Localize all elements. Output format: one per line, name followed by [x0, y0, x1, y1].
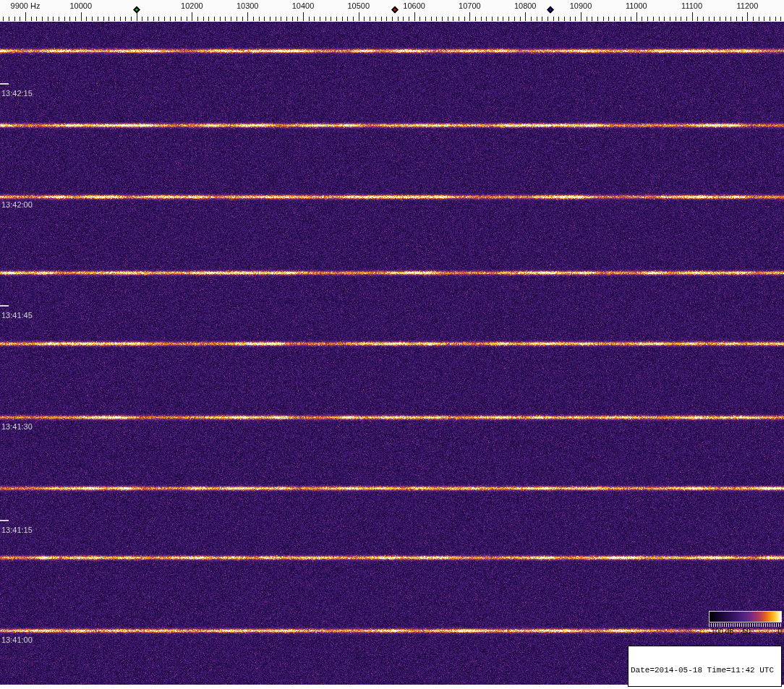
- freq-tick-label: 11100: [681, 1, 702, 10]
- colorbar-tick-comb: [709, 623, 782, 627]
- freq-tick-label: 10300: [237, 1, 259, 10]
- freq-tick-label: 10700: [459, 1, 481, 10]
- freq-tick-label: 10500: [348, 1, 370, 10]
- freq-tick-label: 10900: [570, 1, 592, 10]
- frequency-ruler[interactable]: 9900 Hz100001020010300104001050010600107…: [0, 0, 784, 22]
- info-date-time: Date=2014-05-18 Time=11:42 UTC: [631, 666, 779, 675]
- freq-tick-label: 10000: [70, 1, 93, 10]
- freq-tick-label: 10400: [292, 1, 315, 10]
- freq-tick-label: 10800: [514, 1, 537, 10]
- waterfall-display[interactable]: [0, 22, 784, 685]
- colorbar-mid-label: -50: [740, 628, 750, 635]
- time-tick: [0, 305, 9, 307]
- colorbar: -100 dB -50 0: [709, 611, 782, 636]
- time-label: 13:41:45: [1, 311, 33, 320]
- time-label: 13:41:00: [1, 635, 33, 644]
- freq-tick-label: 11000: [626, 1, 647, 10]
- time-tick: [0, 520, 9, 521]
- colorbar-min-label: -100 dB: [709, 628, 734, 635]
- freq-tick-label: 10600: [403, 1, 425, 10]
- colorbar-max-label: 0: [777, 628, 782, 635]
- spectrogram-window: 9900 Hz100001020010300104001050010600107…: [0, 0, 784, 689]
- status-info-box: Date=2014-05-18 Time=11:42 UTC Freq=143 …: [628, 646, 782, 687]
- colorbar-labels: -100 dB -50 0: [709, 628, 782, 636]
- freq-tick-label: 11200: [737, 1, 759, 10]
- time-label: 13:41:30: [1, 422, 33, 431]
- time-label: 13:42:15: [1, 89, 33, 98]
- time-tick: [0, 83, 9, 85]
- freq-tick-label: 10200: [181, 1, 203, 10]
- time-label: 13:42:00: [1, 200, 33, 209]
- colorbar-gradient: [709, 611, 782, 622]
- freq-tick-label: 9900 Hz: [11, 1, 41, 10]
- time-label: 13:41:15: [1, 526, 33, 534]
